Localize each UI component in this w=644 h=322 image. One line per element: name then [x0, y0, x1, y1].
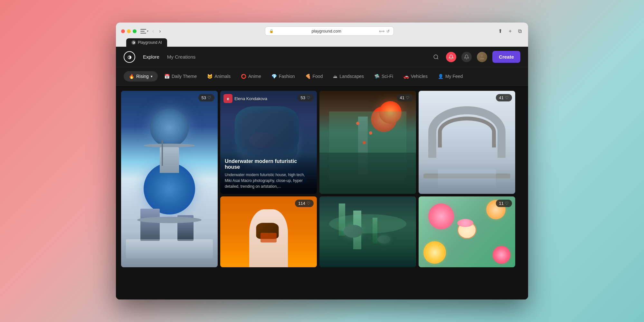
category-sci-fi[interactable]: 🛸 Sci-Fi: [370, 71, 397, 81]
share-button[interactable]: ⬆: [497, 27, 504, 35]
building-2: [235, 106, 299, 158]
new-tab-button[interactable]: +: [507, 27, 513, 35]
like-badge-1[interactable]: 53 ♡: [198, 94, 214, 101]
gallery-item-flowers[interactable]: 11 ♡: [419, 196, 515, 267]
browser-actions: ⬆ + ⧉: [497, 27, 523, 35]
category-vehicles[interactable]: 🚗 Vehicles: [400, 71, 431, 81]
avatar-icon: [479, 54, 485, 60]
bridge-visual: [126, 239, 213, 259]
fashion-icon: 💎: [271, 74, 277, 79]
create-button[interactable]: Create: [492, 51, 520, 63]
lights: [356, 122, 359, 125]
card-title-2: Underwater modern futuristic house: [225, 158, 312, 170]
heart-icon-4: ♡: [505, 95, 509, 100]
maximize-button[interactable]: [133, 29, 137, 33]
gallery-item-fashion[interactable]: 114 ♡: [220, 196, 317, 267]
sidebar-toggle[interactable]: [140, 29, 146, 33]
animals-label: Animals: [214, 74, 231, 79]
rising-filter[interactable]: 🔥 Rising ▾: [124, 71, 158, 81]
gallery-image-6: [319, 196, 416, 267]
bell-button[interactable]: [461, 52, 472, 62]
active-tab[interactable]: ◑ Playground AI: [126, 38, 167, 47]
category-daily-theme[interactable]: 📅 Daily Theme: [160, 71, 201, 81]
landscapes-label: Landscapes: [339, 74, 364, 79]
anime-label: Anime: [248, 74, 261, 79]
search-button[interactable]: [431, 52, 441, 62]
category-anime[interactable]: ⭕ Anime: [237, 71, 265, 81]
close-button[interactable]: [121, 29, 125, 33]
category-my-feed[interactable]: 👤 My Feed: [434, 71, 467, 81]
card-desc-2: Underwater modern futuristic house, high…: [225, 172, 312, 189]
nav-links: Explore My Creations: [143, 53, 431, 61]
browser-window: ▾ ‹ › 🔒 playground.com ⟺ ↺ ⬆ + ⧉: [116, 23, 528, 299]
sidebar-chevron[interactable]: ▾: [147, 29, 148, 33]
dome: [249, 132, 275, 148]
food-label: Food: [313, 74, 323, 79]
flower-3: [423, 241, 446, 264]
user-avatar[interactable]: [477, 52, 487, 62]
my-feed-icon: 👤: [438, 74, 443, 79]
anime-icon: ⭕: [241, 74, 246, 79]
app-content: ◑ Explore My Creations: [116, 47, 528, 299]
browser-tab-bar: ◑ Playground AI: [121, 38, 523, 47]
minimize-button[interactable]: [127, 29, 131, 33]
like-badge-3[interactable]: 41 ♡: [397, 94, 413, 101]
like-count-4: 41: [499, 95, 504, 100]
daily-theme-label: Daily Theme: [172, 74, 197, 79]
forward-button[interactable]: ›: [158, 27, 162, 35]
gallery-item-scifi-city[interactable]: 53 ♡: [121, 91, 218, 267]
daily-theme-icon: 📅: [164, 74, 170, 79]
nav-explore[interactable]: Explore: [143, 53, 159, 61]
tower-visual: [140, 209, 160, 241]
url-bar[interactable]: 🔒 playground.com ⟺ ↺: [265, 26, 394, 36]
like-count-5: 114: [298, 201, 305, 206]
author-name-2: Elena Kondakova: [234, 96, 267, 101]
browser-titlebar: ▾ ‹ › 🔒 playground.com ⟺ ↺ ⬆ + ⧉: [121, 26, 523, 36]
heart-icon-3: ♡: [406, 95, 410, 100]
category-bar: 🔥 Rising ▾ 📅 Daily Theme 🐱 Animals ⭕ Ani…: [116, 67, 528, 86]
like-badge-5[interactable]: 114 ♡: [295, 200, 314, 207]
gallery-item-arch[interactable]: 41 ♡: [419, 91, 515, 194]
url-bar-container: 🔒 playground.com ⟺ ↺: [166, 26, 493, 36]
water-reflection: [438, 169, 496, 189]
category-animals[interactable]: 🐱 Animals: [203, 71, 234, 81]
animals-icon: 🐱: [207, 74, 213, 79]
heart-icon-1: ♡: [207, 95, 211, 100]
sci-fi-icon: 🛸: [374, 74, 380, 79]
notification-button[interactable]: [446, 52, 456, 62]
category-landscapes[interactable]: ⛰ Landscapes: [329, 71, 368, 81]
category-fashion[interactable]: 💎 Fashion: [268, 71, 299, 81]
food-icon: 🍕: [305, 74, 311, 79]
like-badge-7[interactable]: 11 ♡: [496, 200, 512, 207]
fashion-label: Fashion: [279, 74, 295, 79]
gallery-image-4: [419, 91, 515, 194]
gallery-item-tree-city[interactable]: 41 ♡: [319, 91, 416, 194]
refresh-icon[interactable]: ↺: [386, 29, 390, 33]
logo-area: ◑: [124, 51, 135, 63]
url-text: playground.com: [276, 29, 377, 33]
pillar-visual: [162, 140, 163, 166]
sci-fi-label: Sci-Fi: [382, 74, 393, 79]
gallery-item-underwater[interactable]: e Elena Kondakova 53 ♡ Underwater modern…: [220, 91, 317, 194]
tabs-button[interactable]: ⧉: [517, 27, 523, 35]
gallery-item-futuristic-forest[interactable]: [319, 196, 416, 267]
like-count-1: 53: [202, 95, 206, 100]
lock-icon: 🔒: [269, 29, 274, 33]
planet-visual: [150, 109, 189, 147]
sunglasses: [260, 233, 277, 242]
my-feed-label: My Feed: [445, 74, 463, 79]
author-avatar-2: e: [223, 94, 232, 103]
nav-my-creations[interactable]: My Creations: [167, 53, 195, 61]
like-badge-2[interactable]: 53 ♡: [298, 94, 314, 101]
tower2-visual: [177, 215, 194, 241]
svg-point-1: [481, 54, 483, 57]
like-badge-4[interactable]: 41 ♡: [496, 94, 512, 101]
vehicles-label: Vehicles: [411, 74, 428, 79]
tab-favicon: ◑: [131, 40, 136, 45]
traffic-lights: [121, 29, 137, 33]
category-food[interactable]: 🍕 Food: [301, 71, 327, 81]
back-button[interactable]: ‹: [151, 27, 155, 35]
svg-point-0: [434, 55, 438, 59]
notification-icon: [449, 54, 454, 60]
heart-icon-2: ♡: [307, 95, 310, 100]
